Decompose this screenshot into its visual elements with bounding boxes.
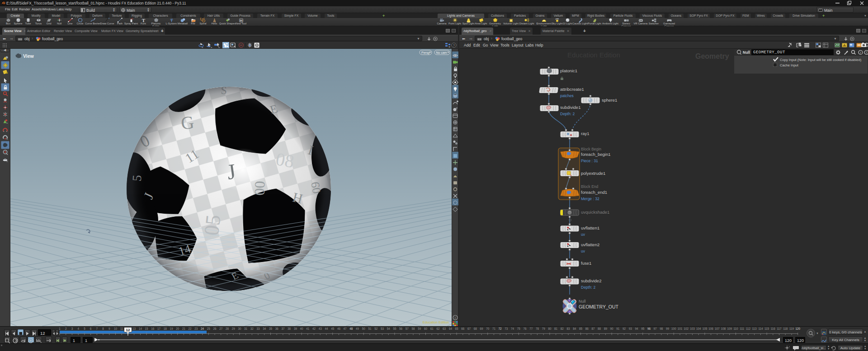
svg-text:Depth: 2: Depth: 2 — [581, 285, 595, 290]
svg-text:116: 116 — [771, 327, 776, 330]
svg-text:38: 38 — [288, 327, 291, 330]
svg-text:81: 81 — [554, 327, 558, 330]
svg-text:sphere1: sphere1 — [602, 98, 617, 103]
svg-text:3: 3 — [71, 327, 73, 330]
svg-text:59: 59 — [418, 327, 421, 330]
svg-text:GEOMETRY_OUT: GEOMETRY_OUT — [579, 304, 618, 309]
svg-text:30: 30 — [238, 327, 241, 330]
svg-text:subdivide2: subdivide2 — [581, 278, 601, 283]
svg-text:108: 108 — [721, 327, 726, 330]
svg-text:82: 82 — [561, 327, 564, 330]
svg-text:foreach_end1: foreach_end1 — [581, 190, 607, 195]
svg-text:49: 49 — [356, 327, 359, 330]
svg-text:View: View — [23, 53, 34, 59]
svg-text:60: 60 — [424, 327, 428, 330]
svg-text:12: 12 — [126, 328, 130, 332]
svg-text:50: 50 — [362, 327, 366, 330]
svg-text:uv: uv — [581, 232, 585, 237]
svg-text:99: 99 — [666, 327, 670, 330]
svg-text:105: 105 — [703, 327, 708, 330]
svg-text:1: 1 — [59, 327, 61, 330]
svg-text:28: 28 — [226, 327, 229, 330]
svg-text:19: 19 — [170, 327, 173, 330]
svg-text:Null: Null — [579, 299, 586, 304]
svg-text:98: 98 — [660, 327, 663, 330]
svg-text:platonic1: platonic1 — [560, 68, 577, 73]
svg-text:92: 92 — [623, 327, 626, 330]
svg-text:102: 102 — [684, 327, 689, 330]
svg-text:20: 20 — [176, 327, 179, 330]
svg-text:2: 2 — [65, 327, 67, 330]
svg-text:13: 13 — [132, 327, 136, 330]
svg-text:patches: patches — [560, 94, 574, 98]
svg-text:Merge : 32: Merge : 32 — [581, 197, 599, 201]
svg-text:71: 71 — [492, 327, 496, 330]
svg-text:i: i — [860, 51, 861, 54]
svg-text:Education Edition: Education Edition — [423, 320, 449, 324]
svg-text:73: 73 — [505, 327, 508, 330]
svg-text:74: 74 — [511, 327, 514, 330]
svg-text:40: 40 — [300, 327, 304, 330]
svg-text:90: 90 — [610, 327, 614, 330]
svg-text:53: 53 — [381, 327, 384, 330]
svg-text:110: 110 — [733, 327, 738, 330]
svg-text:subdivide1: subdivide1 — [560, 105, 580, 110]
svg-text:9: 9 — [108, 327, 110, 330]
svg-text:fuse1: fuse1 — [581, 261, 591, 266]
svg-text:23: 23 — [194, 327, 198, 330]
svg-text:48: 48 — [349, 327, 353, 330]
svg-text:14: 14 — [139, 327, 142, 330]
svg-text:58: 58 — [411, 327, 415, 330]
svg-text:54: 54 — [387, 327, 391, 330]
svg-text:27: 27 — [219, 327, 223, 330]
svg-text:22: 22 — [189, 327, 192, 330]
svg-text:87: 87 — [591, 327, 595, 330]
svg-text:79: 79 — [542, 327, 546, 330]
svg-text:77: 77 — [529, 327, 533, 330]
svg-text:uvquickshade1: uvquickshade1 — [581, 210, 609, 215]
svg-text:24: 24 — [201, 327, 204, 330]
svg-text:45: 45 — [331, 327, 335, 330]
svg-text:44: 44 — [325, 327, 328, 330]
svg-text:78: 78 — [536, 327, 539, 330]
svg-text:100: 100 — [671, 327, 676, 330]
svg-text:66: 66 — [461, 327, 465, 330]
svg-text:94: 94 — [635, 327, 638, 330]
svg-text:47: 47 — [344, 327, 347, 330]
svg-text:114: 114 — [758, 327, 763, 330]
svg-text:68: 68 — [474, 327, 477, 330]
svg-text:16: 16 — [151, 327, 155, 330]
svg-text:96: 96 — [647, 327, 651, 330]
svg-text:5: 5 — [84, 327, 85, 330]
svg-text:43: 43 — [319, 327, 322, 330]
svg-text:46: 46 — [337, 327, 341, 330]
svg-text:Geometry: Geometry — [695, 52, 729, 60]
svg-text:uvflatten1: uvflatten1 — [581, 225, 599, 230]
svg-text:83: 83 — [566, 327, 570, 330]
svg-text:34: 34 — [263, 327, 266, 330]
svg-text:63: 63 — [443, 327, 446, 330]
svg-text:Piece : 31: Piece : 31 — [581, 159, 598, 163]
svg-text:35: 35 — [269, 327, 273, 330]
svg-text:foreach_begin1: foreach_begin1 — [581, 152, 611, 157]
svg-text:31: 31 — [244, 327, 248, 330]
svg-text:80: 80 — [548, 327, 552, 330]
svg-text:51: 51 — [368, 327, 372, 330]
svg-text:69: 69 — [480, 327, 483, 330]
svg-text:101: 101 — [678, 327, 683, 330]
svg-text:76: 76 — [523, 327, 527, 330]
svg-text:65: 65 — [455, 327, 459, 330]
svg-text:113: 113 — [752, 327, 757, 330]
svg-text:95: 95 — [641, 327, 645, 330]
svg-text:21: 21 — [182, 327, 186, 330]
svg-text:33: 33 — [256, 327, 260, 330]
svg-text:25: 25 — [207, 327, 211, 330]
svg-text:72: 72 — [499, 327, 502, 330]
svg-text:67: 67 — [467, 327, 471, 330]
svg-text:56: 56 — [399, 327, 403, 330]
svg-text:Education Edition: Education Edition — [567, 51, 620, 59]
svg-text:75: 75 — [517, 327, 521, 330]
svg-text:18: 18 — [164, 327, 167, 330]
svg-text:?: ? — [453, 44, 455, 47]
svg-text:32: 32 — [250, 327, 254, 330]
